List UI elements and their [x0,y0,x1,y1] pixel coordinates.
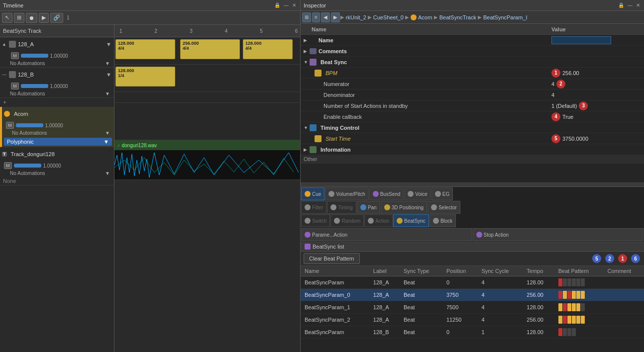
module-3dpositioning[interactable]: 3D Positioning [381,201,427,214]
breadcrumb-acorn[interactable]: Acorn [418,14,432,20]
table-row[interactable]: BeatSyncParam 128_A Beat 0 4 128.00 [301,276,644,289]
module-filter[interactable]: Filter [301,201,326,214]
t-icon: T [2,152,7,157]
td-label-3: 128_A [369,314,400,326]
th-name: Name [301,266,369,276]
breadcrumb-beatsyncparam[interactable]: BeatSyncParam_I [483,14,528,20]
track-item-128a: ▲ 128_A ▼ M 1.00000 No Automations ▼ [0,37,114,68]
module-row-3: Switch Random Action BeatSync Block [301,214,644,228]
nav-forward-btn[interactable]: ▶ [331,12,340,22]
close-icon[interactable]: ✕ [291,2,297,8]
clip-128a-1[interactable]: 128.000 4/4 [115,39,175,59]
tb-grid-btn[interactable]: ⊞ [302,12,311,22]
td-label-2: 128_A [369,301,400,314]
table-row[interactable]: BeatSyncParam_0 128_A Beat 3750 4 256.00 [301,289,644,301]
volume-slider-128a[interactable] [21,54,48,58]
expand-icon-128a[interactable]: ▲ [2,42,7,47]
mute-btn-acorn[interactable]: M [6,122,14,129]
insp-close-icon[interactable]: ✕ [635,2,641,8]
module-cue[interactable]: Cue [301,187,324,200]
breadcrumb-beatsynctrack[interactable]: BeatSyncTrack [439,14,476,20]
expand-comments[interactable]: ▶ [304,49,310,54]
expand-icon-128b[interactable]: — [2,72,7,77]
add-track-row[interactable]: + [0,98,114,107]
module-random[interactable]: Random [330,214,364,227]
module-beatsync[interactable]: BeatSync [393,214,429,227]
automations-dropdown-acorn[interactable]: ▼ [105,130,110,136]
module-action[interactable]: Action [364,214,393,227]
breadcrumb-cuesheet[interactable]: CueSheet_0 [373,14,404,20]
fit-tool-button[interactable]: ⊞ [14,13,24,23]
badge-5: 5 [551,134,560,143]
td-position-1: 3750 [442,289,478,301]
beat-sq [576,303,580,311]
automations-dropdown-tdonguri[interactable]: ▼ [105,171,110,176]
cursor-tool-button[interactable]: ↖ [2,13,12,23]
module-bussend[interactable]: BusSend [369,187,404,200]
prop-header: Name Value [301,24,644,35]
module-timing[interactable]: Timing [327,201,356,214]
record-tool-button[interactable]: ⏺ [26,13,37,23]
automations-label-128a: No Automations ▼ [0,60,114,67]
time-display: 1 [67,15,70,20]
tb-list-btn[interactable]: ≡ [312,12,320,22]
parame-action-btn[interactable]: Parame...Action [301,228,472,241]
track-dropdown-128a[interactable]: ▼ [106,41,112,47]
expand-info[interactable]: ▶ [304,147,310,152]
table-row[interactable]: BeatSyncParam 128_B Beat 0 1 128.00 [301,326,644,339]
track-controls-acorn: M 1.00000 [2,121,114,130]
clear-beat-pattern-button[interactable]: Clear Beat Pattern [304,253,360,264]
col-name-header: Name [312,26,551,32]
module-volumepitch[interactable]: Volume/Pitch [325,187,368,200]
stop-action-btn[interactable]: Stop Action [473,228,644,241]
track-list: BeatSync Track ▲ 128_A ▼ M 1.00000 No Au… [0,25,114,352]
minimize-icon[interactable]: — [283,2,290,8]
module-voice[interactable]: Voice [404,187,430,200]
volume-slider-tdonguri[interactable] [14,164,41,168]
prop-input-name[interactable] [551,36,611,44]
beat-pattern-0 [558,278,600,286]
module-block[interactable]: Block [429,214,456,227]
clip-128a-3[interactable]: 128.000 4/4 [243,39,293,59]
volume-value-acorn: 1.00000 [45,123,63,128]
polyphonic-dropdown[interactable]: ▼ [104,139,109,145]
td-name-1: BeatSyncParam_0 [301,289,369,301]
expand-timing[interactable]: ▼ [304,125,310,130]
module-pan[interactable]: Pan [357,201,380,214]
volume-slider-128b[interactable] [21,84,48,88]
td-synccycle-3: 4 [477,314,523,326]
track-dropdown-128b[interactable]: ▼ [106,72,112,78]
acorn-icon [4,111,10,117]
module-eg[interactable]: EG [431,187,453,200]
breadcrumb-rkunit[interactable]: rkUnit_2 [346,14,366,20]
expand-name[interactable]: ▶ [304,38,310,43]
track-controls-tdonguri: M 1.00000 [0,161,114,170]
module-selector[interactable]: Selector [428,201,460,214]
track-row-128b: — 128_B ▼ [0,68,114,82]
voice-label: Voice [415,191,427,197]
breadcrumb-sep-1: ▶ [368,14,372,20]
table-row[interactable]: BeatSyncParam_1 128_A Beat 7500 4 128.00 [301,301,644,314]
clip-128a-2[interactable]: 256.000 4/4 [180,39,240,59]
clip-128b-1[interactable]: 128.000 1/4 [115,67,175,87]
play-tool-button[interactable]: ▶ [39,13,49,23]
mute-btn-128b[interactable]: M [11,83,19,89]
block-icon [433,218,439,224]
table-row[interactable]: BeatSyncParam_2 128_A Beat 11250 4 256.0… [301,314,644,326]
insp-lock-icon[interactable]: 🔒 [617,2,625,8]
lock-icon[interactable]: 🔒 [273,2,281,8]
mute-btn-tdonguri[interactable]: M [4,162,12,169]
expand-beatsync[interactable]: ▼ [304,60,310,65]
mute-btn-128a[interactable]: M [11,52,19,59]
insp-minimize-icon[interactable]: — [627,2,634,8]
automations-dropdown-128a[interactable]: ▼ [105,61,110,66]
link-tool-button[interactable]: 🔗 [50,13,63,23]
prop-row-comments: ▶ Comments [301,46,644,57]
eg-label: EG [442,191,449,197]
automations-dropdown-128b[interactable]: ▼ [105,91,110,96]
volumepitch-label: Volume/Pitch [336,191,365,197]
nav-back-btn[interactable]: ◀ [321,12,330,22]
info-icon [310,146,317,153]
module-switch[interactable]: Switch [301,214,330,227]
volume-slider-acorn[interactable] [16,123,43,127]
